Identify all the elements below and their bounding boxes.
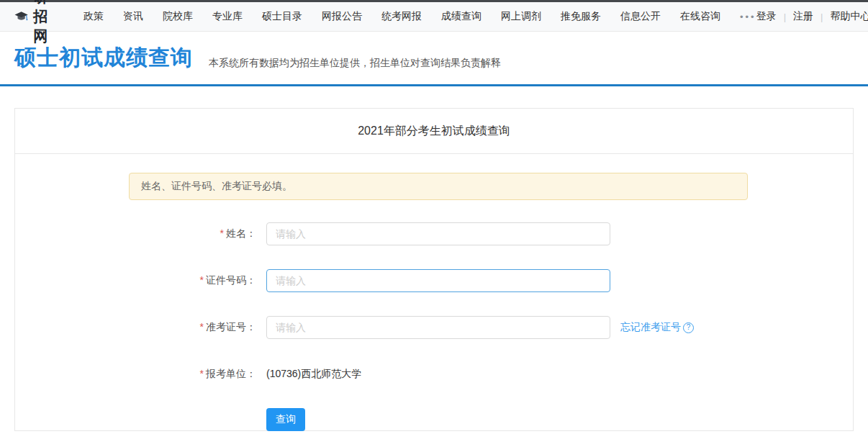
name-input[interactable] <box>266 222 610 245</box>
help-center-link[interactable]: 帮助中心 <box>830 10 868 23</box>
nav-item-online-consult[interactable]: 在线咨询 <box>680 10 720 23</box>
required-fields-alert: 姓名、证件号码、准考证号必填。 <box>129 173 748 200</box>
exam-number-label: *准考证号： <box>15 321 266 334</box>
required-asterisk: * <box>220 227 224 239</box>
name-label: *姓名： <box>15 227 266 240</box>
auth-divider: | <box>784 12 786 22</box>
register-link[interactable]: 注册 <box>793 10 813 23</box>
nav-menu: 政策 资讯 院校库 专业库 硕士目录 网报公告 统考网报 成绩查询 网上调剂 推… <box>83 10 756 23</box>
nav-item-unified-apply[interactable]: 统考网报 <box>381 10 422 23</box>
nav-item-info-disclosure[interactable]: 信息公开 <box>620 10 661 23</box>
name-label-text: 姓名： <box>226 227 256 239</box>
id-number-input[interactable] <box>266 269 610 292</box>
nav-auth: 登录 | 注册 | 帮助中心 <box>756 10 868 23</box>
forget-exam-number-link[interactable]: 忘记准考证号 ? <box>620 321 694 334</box>
form-row-exam-number: *准考证号： 忘记准考证号 ? <box>15 316 853 339</box>
navbar: 研招网 政策 资讯 院校库 专业库 硕士目录 网报公告 统考网报 成绩查询 网上… <box>0 2 868 32</box>
query-button[interactable]: 查询 <box>266 408 305 431</box>
brand-logo[interactable]: 研招网 <box>14 0 59 46</box>
id-number-label: *证件号码： <box>15 274 266 287</box>
more-menu-icon[interactable]: ••• <box>740 12 756 22</box>
card-title: 2021年部分考生初试成绩查询 <box>15 109 853 154</box>
exam-number-label-text: 准考证号： <box>206 321 256 333</box>
score-query-card: 2021年部分考生初试成绩查询 姓名、证件号码、准考证号必填。 *姓名： *证件… <box>14 108 854 431</box>
graduation-cap-icon <box>14 7 28 26</box>
institution-value: (10736)西北师范大学 <box>266 368 361 381</box>
forget-link-text: 忘记准考证号 <box>620 321 681 334</box>
brand-name: 研招网 <box>33 0 59 46</box>
page-header: 硕士初试成绩查询 本系统所有数据均为招生单位提供，招生单位对查询结果负责解释 <box>0 32 868 86</box>
auth-divider: | <box>820 12 823 22</box>
institution-label-text: 报考单位： <box>206 368 256 379</box>
required-asterisk: * <box>200 321 204 333</box>
submit-row: 查询 <box>266 408 853 431</box>
nav-item-master-catalog[interactable]: 硕士目录 <box>262 10 302 23</box>
login-link[interactable]: 登录 <box>756 10 777 23</box>
nav-item-adjustment[interactable]: 网上调剂 <box>501 10 541 23</box>
required-asterisk: * <box>200 368 204 379</box>
institution-label: *报考单位： <box>15 368 266 381</box>
exam-number-input[interactable] <box>266 316 610 339</box>
nav-item-announcement[interactable]: 网报公告 <box>322 10 362 23</box>
id-number-label-text: 证件号码： <box>206 274 256 286</box>
required-asterisk: * <box>200 274 204 286</box>
form-row-id-number: *证件号码： <box>15 269 853 292</box>
nav-item-score-query[interactable]: 成绩查询 <box>441 10 482 23</box>
nav-item-policy[interactable]: 政策 <box>83 10 104 23</box>
nav-item-news[interactable]: 资讯 <box>123 10 143 23</box>
nav-item-college-db[interactable]: 院校库 <box>163 10 193 23</box>
page-subtitle: 本系统所有数据均为招生单位提供，招生单位对查询结果负责解释 <box>209 57 501 70</box>
card-body: 姓名、证件号码、准考证号必填。 *姓名： *证件号码： *准考证号： <box>15 154 853 431</box>
nav-item-major-db[interactable]: 专业库 <box>212 10 243 23</box>
form-row-institution: *报考单位： (10736)西北师范大学 <box>15 363 853 386</box>
question-mark-icon: ? <box>683 322 694 333</box>
form-row-name: *姓名： <box>15 222 853 245</box>
main-content: 2021年部分考生初试成绩查询 姓名、证件号码、准考证号必填。 *姓名： *证件… <box>0 86 868 431</box>
nav-item-exemption[interactable]: 推免服务 <box>561 10 601 23</box>
page-title: 硕士初试成绩查询 <box>14 43 193 73</box>
alert-text: 姓名、证件号码、准考证号必填。 <box>141 180 292 193</box>
